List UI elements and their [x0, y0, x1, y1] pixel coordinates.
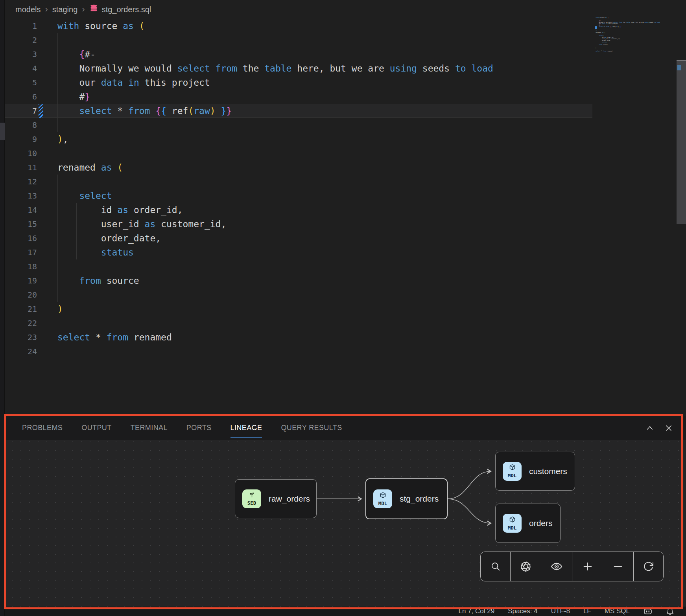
code-line-14[interactable]: 14 id as order_id,: [5, 203, 592, 217]
copilot-icon[interactable]: [643, 607, 653, 616]
node-label: stg_orders: [400, 494, 439, 504]
minimap-modified-marker: [595, 26, 597, 29]
code-line-3[interactable]: 3 {#-: [5, 47, 592, 61]
breadcrumb-file-name: stg_orders.sql: [102, 5, 151, 14]
breadcrumb-separator-icon: ›: [82, 6, 85, 13]
lineage-node-raw-orders[interactable]: SED raw_orders: [235, 479, 317, 518]
minimap[interactable]: with source as ( {#- Normally we would s…: [596, 17, 674, 61]
database-icon: [89, 4, 98, 15]
breadcrumb-item-file[interactable]: stg_orders.sql: [89, 4, 151, 15]
line-number: 1: [5, 19, 37, 33]
code-line-2[interactable]: 2: [5, 33, 592, 47]
left-strip-scroll-handle[interactable]: [0, 123, 5, 140]
code-text: {#-: [57, 47, 96, 61]
model-badge: MDL: [503, 462, 522, 481]
code-line-7[interactable]: 7 select * from {{ ref(raw) }}: [5, 104, 592, 118]
code-line-15[interactable]: 15 user_id as customer_id,: [5, 217, 592, 231]
bell-icon[interactable]: [666, 607, 674, 616]
code-line-18[interactable]: 18: [5, 259, 592, 274]
tab-ports[interactable]: PORTS: [186, 416, 212, 440]
code-line-13[interactable]: 13 select: [5, 189, 592, 203]
breadcrumb-item-models[interactable]: models: [15, 5, 41, 14]
indent-guide: [57, 175, 58, 302]
code-line-9[interactable]: 9),: [5, 132, 592, 146]
close-icon[interactable]: [665, 424, 673, 432]
tab-lineage[interactable]: LINEAGE: [231, 416, 262, 440]
gutter-modified-indicator: [39, 203, 43, 217]
code-text: select: [57, 189, 112, 203]
gutter-modified-indicator: [39, 189, 43, 203]
tab-output[interactable]: OUTPUT: [81, 416, 111, 440]
cube-icon: [509, 516, 516, 524]
line-number: 16: [5, 231, 37, 245]
line-number: 19: [5, 274, 37, 288]
model-badge: MDL: [503, 514, 522, 533]
lineage-node-customers[interactable]: MDL customers: [495, 452, 575, 491]
overview-ruler-modified-marker: [677, 65, 681, 70]
code-text: from source: [57, 274, 139, 288]
badge-label: MDL: [508, 525, 517, 531]
code-line-16[interactable]: 16 order_date,: [5, 231, 592, 245]
code-line-21[interactable]: 21): [5, 302, 592, 316]
tab-problems[interactable]: PROBLEMS: [22, 416, 63, 440]
code-line-8[interactable]: 8: [5, 118, 592, 132]
zoom-in-icon[interactable]: [582, 561, 593, 572]
cube-icon: [509, 464, 516, 472]
gutter-modified-indicator: [39, 132, 43, 146]
aperture-icon[interactable]: [520, 561, 531, 572]
gutter-modified-indicator: [39, 344, 43, 359]
line-number: 10: [5, 146, 37, 160]
gutter-modified-indicator: [39, 90, 43, 104]
editor-scrollbar-thumb[interactable]: [677, 61, 686, 224]
lineage-canvas[interactable]: SED raw_orders MDL stg_orders: [5, 440, 686, 607]
lineage-node-stg-orders[interactable]: MDL stg_orders: [365, 478, 448, 519]
tab-query-results[interactable]: QUERY RESULTS: [281, 416, 342, 440]
refresh-icon[interactable]: [643, 561, 654, 572]
code-line-23[interactable]: 23select * from renamed: [5, 330, 592, 344]
zoom-out-icon[interactable]: [612, 561, 623, 572]
status-language-mode[interactable]: MS SQL: [605, 607, 630, 615]
line-number: 18: [5, 259, 37, 274]
status-eol[interactable]: LF: [583, 607, 591, 615]
status-indentation[interactable]: Spaces: 4: [508, 607, 538, 615]
code-editor[interactable]: 1with source as (23 {#-4 Normally we wou…: [5, 19, 686, 416]
chevron-up-icon[interactable]: [646, 424, 654, 432]
code-text: #}: [57, 90, 90, 104]
code-line-6[interactable]: 6 #}: [5, 90, 592, 104]
breadcrumb-item-staging[interactable]: staging: [52, 5, 78, 14]
line-number: 8: [5, 118, 37, 132]
line-number: 20: [5, 288, 37, 302]
code-line-12[interactable]: 12: [5, 175, 592, 189]
line-number: 2: [5, 33, 37, 47]
status-cursor-position[interactable]: Ln 7, Col 29: [458, 607, 494, 615]
code-line-20[interactable]: 20: [5, 288, 592, 302]
code-line-17[interactable]: 17 status: [5, 245, 592, 259]
code-line-5[interactable]: 5 our data in this project: [5, 75, 592, 90]
line-number: 24: [5, 344, 37, 359]
gutter-modified-indicator: [39, 19, 43, 33]
code-line-11[interactable]: 11renamed as (: [5, 160, 592, 175]
seed-badge: SED: [242, 489, 261, 508]
line-number: 21: [5, 302, 37, 316]
code-line-24[interactable]: 24: [5, 344, 592, 359]
line-number: 13: [5, 189, 37, 203]
line-number: 3: [5, 47, 37, 61]
search-icon[interactable]: [490, 561, 501, 572]
code-line-10[interactable]: 10: [5, 146, 592, 160]
status-encoding[interactable]: UTF-8: [551, 607, 570, 615]
lineage-node-orders[interactable]: MDL orders: [495, 504, 561, 543]
indent-guide: [57, 33, 58, 132]
code-line-1[interactable]: 1with source as (: [5, 19, 592, 33]
tab-terminal[interactable]: TERMINAL: [131, 416, 168, 440]
gutter-modified-indicator: [39, 118, 43, 132]
code-line-4[interactable]: 4 Normally we would select from the tabl…: [5, 61, 592, 75]
code-line-22[interactable]: 22: [5, 316, 592, 330]
code-text: select * from {{ ref(raw) }}: [57, 104, 232, 118]
code-text: user_id as customer_id,: [57, 217, 226, 231]
sprout-icon: [248, 491, 256, 500]
minimap-content: with source as ( {#- Normally we would s…: [596, 17, 674, 53]
code-line-19[interactable]: 19 from source: [5, 274, 592, 288]
gutter-modified-indicator: [39, 274, 43, 288]
breadcrumb: models › staging › stg_orders.sql: [5, 0, 686, 19]
eye-icon[interactable]: [551, 561, 562, 572]
